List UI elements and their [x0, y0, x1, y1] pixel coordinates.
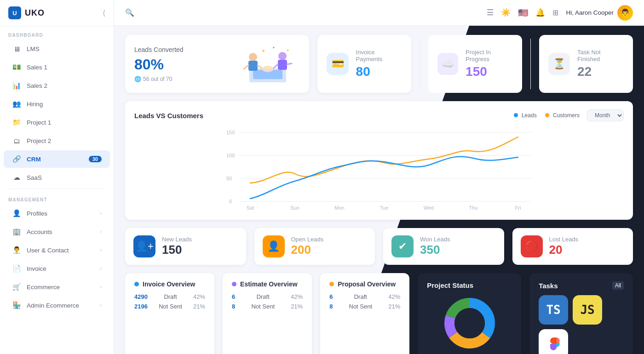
won-leads-value: 350 [420, 243, 450, 257]
stat-separator-2 [530, 39, 531, 89]
lost-leads-card: 🚫 Lost Leads 20 [512, 228, 633, 265]
customers-legend: Customers [545, 112, 580, 119]
svg-text:150: 150 [226, 130, 235, 135]
chart-header: Leads VS Customers Leads Customers [134, 109, 624, 121]
estimate-notsent-pct: 21% [291, 303, 303, 310]
sidebar-item-label: Project 2 [27, 137, 51, 144]
ecommerce-arrow-icon: › [100, 284, 102, 290]
svg-rect-3 [248, 61, 258, 71]
leads-converted-sub: 🌐 56 out of 70 [134, 76, 184, 82]
open-leads-info: Open Leads 200 [291, 236, 324, 257]
task-not-finished-info: Task Not Finished 22 [577, 49, 624, 79]
sidebar-item-sales2[interactable]: 📊 Sales 2 [4, 77, 110, 94]
sidebar-item-profiles[interactable]: 👤 Profiles › [4, 205, 110, 222]
user-contact-arrow-icon: › [100, 247, 102, 253]
sidebar-item-project1[interactable]: 📁 Project 1 [4, 114, 110, 131]
sun-icon[interactable]: ☀️ [501, 8, 511, 17]
flag-icon[interactable]: 🇺🇸 [518, 8, 528, 18]
sidebar-item-label: Sales 2 [27, 82, 47, 89]
sidebar-item-hiring[interactable]: 👥 Hiring [4, 95, 110, 113]
estimate-overview-title: Estimate Overview [232, 280, 303, 288]
sidebar-item-project2[interactable]: 🗂 Project 2 [4, 132, 110, 149]
sidebar-item-sales1[interactable]: 💵 Sales 1 [4, 58, 110, 76]
open-leads-value: 200 [291, 243, 324, 257]
user-greeting: Hi, Aaron Cooper [566, 9, 614, 16]
sidebar-item-label: Accounts [27, 228, 52, 235]
invoice-payments-info: Invoice Payments 80 [356, 49, 402, 79]
stat-separator-1 [420, 39, 420, 89]
proposal-overview-dot [329, 282, 334, 286]
svg-text:Tue: Tue [380, 205, 389, 211]
sidebar-item-crm[interactable]: 🔗 CRM 30 [4, 150, 110, 168]
invoice-overview-title: Invoice Overview [134, 280, 205, 288]
user-contact-icon: 👨‍💼 [12, 246, 21, 255]
lost-leads-info: Lost Leads 20 [549, 236, 579, 257]
sidebar-item-invoice[interactable]: 📄 Invoice › [4, 260, 110, 277]
project1-icon: 📁 [12, 118, 21, 127]
bottom-row: Invoice Overview 4290 Draft 42% 2196 Not… [125, 273, 633, 354]
invoice-draft-pct: 42% [193, 293, 205, 300]
project-status-card: Project Status [418, 273, 521, 354]
donut-chart-svg [442, 296, 497, 351]
proposal-draft-count: 6 [329, 293, 333, 300]
svg-text:Wed: Wed [424, 205, 434, 211]
estimate-notsent-count: 8 [232, 303, 235, 310]
proposal-notsent-count: 8 [329, 303, 333, 310]
sidebar-item-saas[interactable]: ☁ SaaS [4, 169, 110, 186]
won-leads-info: Won Leads 350 [420, 236, 450, 257]
svg-point-2 [249, 53, 257, 61]
sidebar-item-label: LMS [27, 46, 40, 52]
sidebar-item-label: SaaS [27, 174, 42, 181]
proposal-notsent-pct: 21% [388, 303, 400, 310]
filter-icon[interactable]: ☰ [487, 8, 494, 17]
leads-legend: Leads [514, 112, 537, 119]
svg-line-5 [258, 65, 262, 69]
bell-icon[interactable]: 🔔 [535, 8, 545, 17]
project2-icon: 🗂 [12, 136, 21, 145]
task-not-finished-label: Task Not Finished [577, 49, 624, 63]
project-progress-info: Project In Progress 150 [466, 49, 513, 79]
chart-svg: 150 100 50 0 Sat Sun Mon Tue Wed Thu [134, 126, 624, 213]
estimate-overview-card: Estimate Overview 6 Draft 42% 8 Not Sent… [223, 273, 312, 354]
sidebar-item-label: Invoice [27, 265, 46, 272]
estimate-draft-count: 6 [232, 293, 235, 300]
figma-icon [539, 329, 568, 354]
content-area: Leads Converted 80% 🌐 56 out of 70 [114, 26, 644, 354]
project-status-title: Project Status [427, 281, 512, 289]
open-leads-label: Open Leads [291, 236, 324, 243]
sidebar-item-user-contact[interactable]: 👨‍💼 User & Contact › [4, 241, 110, 259]
sidebar-item-accounts[interactable]: 🏢 Accounts › [4, 223, 110, 240]
search-area: 🔍 [125, 8, 134, 17]
profiles-arrow-icon: › [100, 210, 102, 217]
sidebar-item-label: Hiring [27, 101, 43, 108]
svg-text:Sat: Sat [247, 205, 254, 211]
chart-legend: Leads Customers [514, 112, 580, 119]
avatar: 👨 [617, 5, 633, 21]
invoice-overview-card: Invoice Overview 4290 Draft 42% 2196 Not… [125, 273, 214, 354]
sidebar-item-ecommerce[interactable]: 🛒 Ecommerce › [4, 278, 110, 296]
hiring-icon: 👥 [12, 99, 21, 108]
project-in-progress-card: ☁️ Project In Progress 150 [428, 35, 522, 93]
task-not-finished-icon: ⏳ [553, 58, 565, 70]
chart-title: Leads VS Customers [134, 112, 203, 120]
new-leads-icon-box: 👤+ [133, 235, 155, 257]
invoice-draft-row: 4290 Draft 42% [134, 293, 205, 300]
new-leads-icon: 👤+ [135, 240, 154, 252]
customers-legend-dot [545, 113, 549, 117]
main-area: 🔍 ☰ ☀️ 🇺🇸 🔔 ⊞ Hi, Aaron Cooper 👨 Leads C… [114, 0, 644, 354]
lost-leads-icon-box: 🚫 [521, 235, 543, 257]
grid-icon[interactable]: ⊞ [552, 8, 558, 17]
saas-icon: ☁ [12, 173, 21, 182]
svg-line-9 [287, 63, 292, 64]
proposal-draft-row: 6 Draft 42% [329, 293, 400, 300]
sidebar-item-lms[interactable]: 🖥 LMS [4, 40, 110, 57]
sidebar-item-admin-ecommerce[interactable]: 🏪 Admin Ecommerce › [4, 297, 110, 314]
sidebar-item-label: Sales 1 [27, 64, 47, 71]
period-select[interactable]: Month Week Year [587, 109, 624, 121]
svg-text:100: 100 [226, 153, 235, 158]
svg-point-33 [454, 308, 485, 338]
tab-all[interactable]: All [612, 281, 624, 290]
sidebar-toggle-button[interactable]: ⟨ [103, 9, 105, 17]
crm-icon: 🔗 [12, 154, 21, 164]
leads-illustration: ★ ★ ✦ [236, 43, 300, 85]
